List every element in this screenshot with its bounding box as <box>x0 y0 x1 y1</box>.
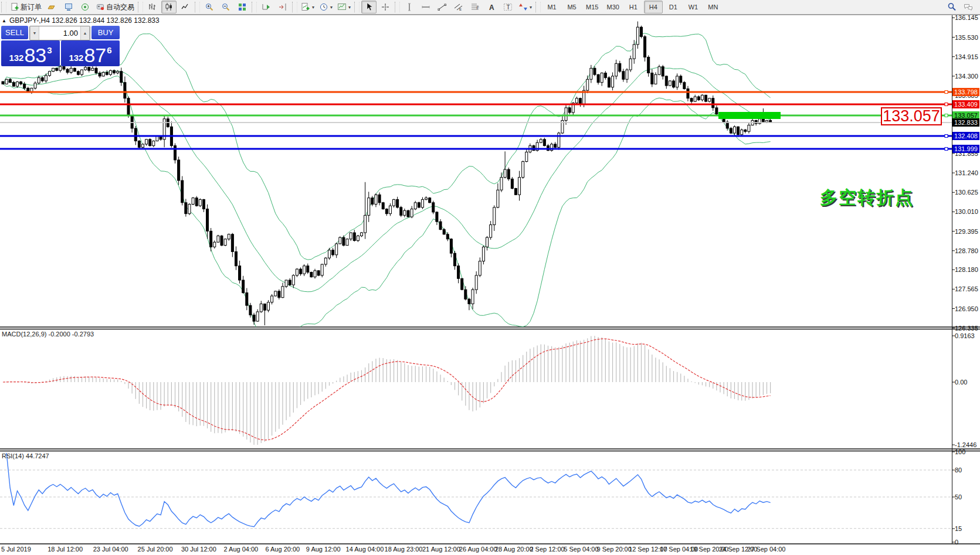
price-callout-box[interactable]: 133.057 <box>881 107 942 125</box>
timeframe-button-h1[interactable]: H1 <box>624 1 643 13</box>
sell-price-button[interactable]: 132 83 3 <box>1 40 60 66</box>
timeframe-button-m1[interactable]: M1 <box>542 1 561 13</box>
timeframe-button-w1[interactable]: W1 <box>684 1 703 13</box>
tiles-button[interactable] <box>235 1 250 13</box>
volume-input[interactable] <box>39 26 80 40</box>
macd-pane[interactable] <box>3 336 771 445</box>
candle <box>586 79 589 90</box>
zoom-out-button[interactable] <box>218 1 233 13</box>
timeframe-button-d1[interactable]: D1 <box>664 1 683 13</box>
toolbar-right-group <box>944 1 976 13</box>
price-tag-132.833: 132.833 <box>952 118 979 127</box>
bar-chart-button[interactable] <box>145 1 160 13</box>
candle <box>385 209 388 214</box>
candle <box>361 233 363 236</box>
signal-button[interactable] <box>77 1 93 13</box>
shapes-button[interactable]: ▾ <box>517 1 534 13</box>
toolbar-group-handle[interactable] <box>252 2 257 12</box>
bar-chart-icon <box>148 2 157 12</box>
toolbar-group-handle[interactable] <box>395 2 400 12</box>
terminal-button[interactable] <box>61 1 76 13</box>
rsi-pane[interactable] <box>0 453 952 529</box>
candle <box>221 236 223 245</box>
toolbar-group-handle[interactable] <box>138 2 143 12</box>
hline-handle[interactable] <box>945 114 948 117</box>
highlight-trend-segment[interactable] <box>718 112 781 119</box>
candle <box>636 27 639 45</box>
chart-canvas[interactable] <box>0 15 980 555</box>
hline-handle[interactable] <box>945 103 948 105</box>
toolbar-group-handle[interactable] <box>292 2 297 12</box>
candle <box>310 273 313 277</box>
timeframe-button-m30[interactable]: M30 <box>603 1 622 13</box>
hline-handle[interactable] <box>945 135 948 138</box>
timeframe-button-m5[interactable]: M5 <box>562 1 581 13</box>
main-price-pane[interactable] <box>0 22 952 342</box>
chat-button[interactable] <box>961 1 976 13</box>
new-chart-button[interactable]: ▾ <box>299 1 316 13</box>
candle <box>396 199 399 207</box>
candle <box>629 59 632 70</box>
candle-chart-button[interactable] <box>161 1 177 13</box>
robot-button[interactable]: 自动交易 <box>94 1 136 13</box>
search-button[interactable] <box>944 1 959 13</box>
shapes-icon <box>518 2 528 12</box>
new-order-button[interactable]: 新订单 <box>8 1 43 13</box>
timeframe-button-mn[interactable]: MN <box>704 1 723 13</box>
toolbar-group-handle[interactable] <box>195 2 200 12</box>
svg-text:E: E <box>459 8 462 11</box>
buy-price-button[interactable]: 132 87 6 <box>61 40 120 66</box>
clock-button[interactable]: ▾ <box>317 1 334 13</box>
gold-button[interactable] <box>45 1 60 13</box>
crosshair-button[interactable] <box>378 1 393 13</box>
channel-button[interactable]: E <box>451 1 466 13</box>
price-axis-tick: 131.240 <box>955 169 978 176</box>
buy-button[interactable]: BUY <box>91 26 120 39</box>
toolbar-group-handle[interactable] <box>1 2 6 12</box>
symbol-ohlc-text: GBPJPY-,H4 132.826 132.844 132.826 132.8… <box>9 16 160 25</box>
candle <box>145 139 148 144</box>
toolbar-group-handle[interactable] <box>354 2 360 12</box>
profiles-button[interactable]: ▾ <box>335 1 352 13</box>
time-axis-label: 9 Aug 12:00 <box>306 546 341 553</box>
candle <box>429 198 431 203</box>
candle <box>737 127 740 134</box>
candle <box>66 69 69 72</box>
collapse-icon[interactable]: ▲ <box>2 18 6 23</box>
autoscroll-button[interactable] <box>259 1 274 13</box>
volume-increase-button[interactable]: ▲ <box>80 26 90 40</box>
timeframe-button-h4[interactable]: H4 <box>644 1 663 13</box>
candle <box>289 280 291 285</box>
cursor-button[interactable] <box>361 1 377 13</box>
turning-point-annotation[interactable]: 多空转折点 <box>820 186 914 210</box>
fibo-button[interactable]: F <box>467 1 483 13</box>
candle <box>594 68 596 74</box>
toolbar-group-handle[interactable] <box>535 2 541 12</box>
vline-button[interactable] <box>402 1 417 13</box>
line-chart-button[interactable] <box>178 1 193 13</box>
tiles-icon <box>238 2 247 12</box>
rsi-line <box>6 453 771 527</box>
candle <box>500 178 503 190</box>
candle <box>102 72 104 76</box>
hline-handle[interactable] <box>945 91 948 94</box>
candle <box>242 280 245 293</box>
label-t-button[interactable]: T <box>500 1 516 13</box>
symbol-info-line: ▲ GBPJPY-,H4 132.826 132.844 132.826 132… <box>2 16 160 25</box>
candle <box>174 146 177 160</box>
candle <box>317 271 320 275</box>
candle <box>461 278 463 290</box>
text-a-button[interactable]: A <box>484 1 499 13</box>
volume-decrease-button[interactable]: ▼ <box>30 26 39 40</box>
candle <box>99 73 101 76</box>
hline-handle[interactable] <box>945 148 948 151</box>
sell-button[interactable]: SELL <box>1 26 28 39</box>
candle <box>124 83 126 98</box>
candle <box>597 74 599 82</box>
zoom-in-button[interactable] <box>202 1 217 13</box>
shift-button[interactable] <box>275 1 290 13</box>
timeframe-button-m15[interactable]: M15 <box>582 1 602 13</box>
hline-button[interactable] <box>418 1 433 13</box>
candle <box>744 130 747 132</box>
tline-button[interactable] <box>435 1 450 13</box>
